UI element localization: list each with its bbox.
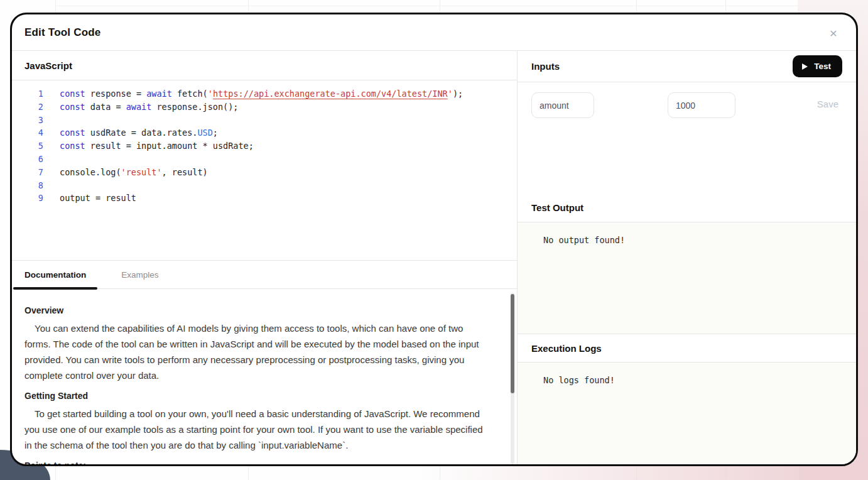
doc-section-heading: Points to note: — [24, 461, 492, 464]
code-line-content: const usdRate = data.rates.USD; — [60, 126, 218, 139]
code-token: ); — [453, 89, 463, 99]
line-number: 5 — [12, 139, 43, 153]
doc-section-body: You can extend the capabilities of AI mo… — [24, 320, 492, 383]
test-output-area: No output found! — [518, 222, 856, 334]
line-number: 1 — [12, 87, 43, 101]
code-token: const — [60, 141, 85, 151]
code-line: 8 — [12, 179, 517, 192]
code-token: response.json(); — [151, 102, 238, 112]
code-token: await — [126, 102, 152, 112]
execution-logs-area: No logs found! — [518, 363, 856, 464]
line-number: 6 — [12, 153, 43, 166]
inputs-title: Inputs — [531, 61, 560, 72]
line-number: 3 — [12, 114, 43, 127]
background-hline — [55, 6, 868, 6]
code-token: 'result' — [121, 167, 162, 177]
line-number: 2 — [12, 101, 43, 114]
code-token: usdRate = data.rates. — [85, 128, 198, 138]
code-token: https://api.exchangerate-api.com/v4/late… — [213, 89, 448, 99]
tab-examples[interactable]: Examples — [110, 261, 170, 288]
code-line-content: console.log('result', result) — [60, 166, 208, 179]
code-token: const — [60, 102, 85, 112]
code-token: fetch( — [172, 89, 208, 99]
code-line: 6 — [12, 153, 517, 166]
inputs-header: Inputs Test — [518, 51, 856, 82]
input-value-field[interactable] — [668, 92, 735, 118]
code-line: 1const response = await fetch('https://a… — [12, 87, 517, 101]
code-editor[interactable]: 1const response = await fetch('https://a… — [12, 80, 517, 260]
doc-section-heading: Overview — [24, 305, 492, 315]
tab-documentation[interactable]: Documentation — [13, 261, 97, 288]
code-line-content: const response = await fetch('https://ap… — [60, 87, 463, 101]
documentation-content[interactable]: OverviewYou can extend the capabilities … — [12, 289, 517, 464]
code-token: response = — [85, 89, 147, 99]
play-icon — [802, 63, 808, 70]
code-token: , result) — [162, 167, 208, 177]
code-line-content: const data = await response.json(); — [60, 101, 238, 114]
code-line-content: const result = input.amount * usdRate; — [60, 139, 254, 153]
close-icon[interactable]: × — [830, 26, 837, 39]
code-line: 5const result = input.amount * usdRate; — [12, 139, 517, 153]
code-token: USD — [197, 128, 212, 138]
background-pink-gradient-bottom — [416, 465, 799, 480]
code-token: ' — [208, 89, 213, 99]
test-output-header: Test Output — [518, 194, 856, 222]
modal-title: Edit Tool Code — [24, 26, 100, 39]
inputs-body: Save — [518, 82, 856, 194]
test-panel: Inputs Test Save Test Output No output f… — [518, 51, 856, 464]
code-line: 3 — [12, 114, 517, 127]
execution-logs-title: Execution Logs — [531, 343, 602, 354]
doc-section: OverviewYou can extend the capabilities … — [24, 305, 492, 383]
line-number: 9 — [12, 192, 43, 205]
edit-tool-code-modal: Edit Tool Code × JavaScript 1const respo… — [10, 13, 858, 466]
modal-header: Edit Tool Code × — [12, 14, 856, 51]
screen: Edit Tool Code × JavaScript 1const respo… — [0, 0, 868, 480]
test-button[interactable]: Test — [793, 55, 842, 77]
line-number: 4 — [12, 126, 43, 139]
code-token: result = input.amount * usdRate; — [85, 141, 254, 151]
code-line: 4const usdRate = data.rates.USD; — [12, 126, 517, 139]
code-token: output = result — [60, 193, 136, 203]
save-button[interactable]: Save — [817, 99, 838, 109]
execution-logs-header: Execution Logs — [518, 334, 856, 363]
editor-language-label: JavaScript — [24, 60, 72, 71]
line-number: 7 — [12, 166, 43, 179]
code-token: await — [146, 89, 172, 99]
doc-section: Getting StartedTo get started building a… — [24, 391, 492, 453]
line-number: 8 — [12, 179, 43, 192]
code-token: const — [60, 89, 85, 99]
doc-section-heading: Getting Started — [24, 391, 492, 401]
test-button-label: Test — [814, 62, 831, 71]
input-key-field[interactable] — [531, 92, 594, 118]
test-output-empty-message: No output found! — [543, 235, 625, 245]
code-line-content: output = result — [60, 192, 136, 205]
code-line: 9output = result — [12, 192, 517, 205]
test-output-title: Test Output — [531, 202, 583, 213]
doc-tabs: DocumentationExamples — [12, 260, 517, 289]
editor-header: JavaScript — [12, 51, 517, 80]
code-token: data = — [85, 102, 126, 112]
execution-logs-empty-message: No logs found! — [543, 375, 615, 385]
doc-section-body: To get started building a tool on your o… — [24, 406, 492, 453]
scrollbar-thumb[interactable] — [511, 294, 514, 393]
code-line: 2const data = await response.json(); — [12, 101, 517, 114]
code-panel: JavaScript 1const response = await fetch… — [12, 51, 518, 464]
doc-section: Points to note: — [24, 461, 492, 464]
code-token: const — [60, 128, 85, 138]
code-line: 7console.log('result', result) — [12, 166, 517, 179]
code-token: ; — [213, 128, 218, 138]
modal-body: JavaScript 1const response = await fetch… — [12, 51, 856, 464]
code-token: console.log( — [60, 167, 121, 177]
code-token: ' — [448, 89, 453, 99]
